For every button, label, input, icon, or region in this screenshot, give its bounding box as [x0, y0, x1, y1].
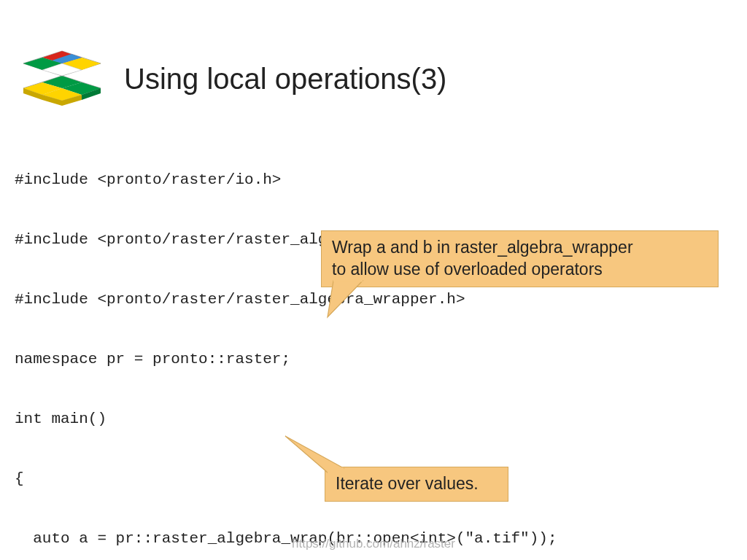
svg-marker-16 — [328, 281, 363, 317]
callout-iterate: Iterate over values. — [325, 467, 508, 502]
callout-text: to allow use of overloaded operators — [332, 259, 708, 281]
code-line: #include <pronto/raster/raster_algebra_w… — [15, 284, 557, 314]
code-line: #include <pronto/raster/io.h> — [15, 165, 557, 195]
callout-text: Iterate over values. — [336, 474, 479, 493]
callout-wrap-explanation: Wrap a and b in raster_algebra_wrapper t… — [321, 230, 719, 287]
code-line: int main() — [15, 404, 557, 434]
raster-logo-icon — [15, 50, 109, 108]
footer-link: https://github.com/ahhz/raster — [0, 537, 747, 551]
code-line: namespace pr = pronto::raster; — [15, 344, 557, 374]
callout-text: Wrap a and b in raster_algebra_wrapper — [332, 237, 708, 259]
slide-title: Using local operations(3) — [124, 63, 446, 96]
svg-marker-18 — [285, 436, 344, 472]
